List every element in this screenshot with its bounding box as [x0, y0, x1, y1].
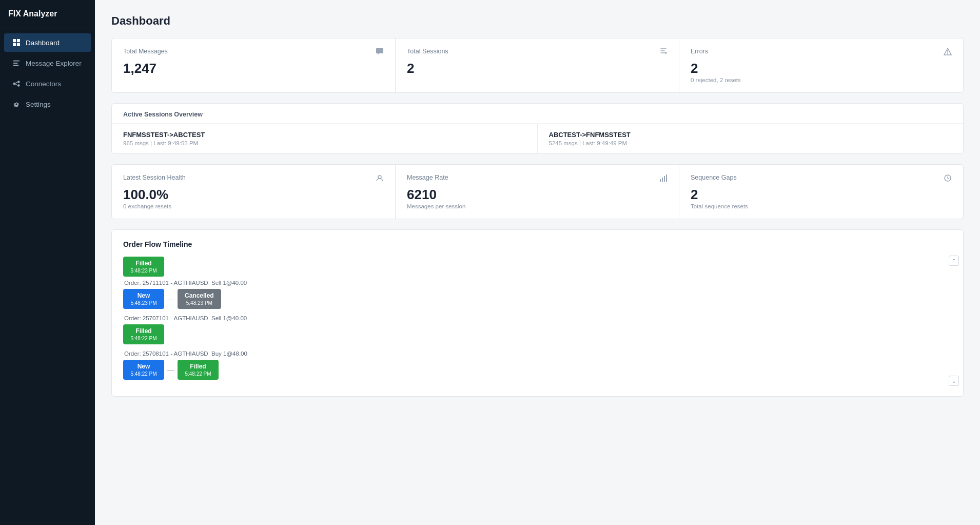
app-logo: FIX Analyzer: [0, 0, 95, 28]
svg-rect-3: [17, 43, 20, 46]
flow-node-filled-25707101: Filled 5:48:22 PM: [123, 324, 164, 344]
flow-arrow-2: —: [164, 366, 178, 374]
svg-line-10: [15, 82, 17, 83]
node-label: Filled: [135, 327, 151, 335]
node-label: Filled: [190, 363, 206, 370]
order-flow-scroll[interactable]: Filled 5:48:23 PM Order: 25711101 - AGTH…: [123, 257, 952, 386]
active-sessions-card: Active Sessions Overview FNFMSSTEST->ABC…: [111, 103, 964, 154]
sequence-gaps-sub: Total sequence resets: [691, 203, 952, 209]
flow-node-filled-25708101: Filled 5:48:22 PM: [178, 360, 219, 380]
sidebar-item-connectors-label: Connectors: [26, 80, 61, 88]
order-label-25707101: Order: 25707101 - AGTHIAUSD Sell 1@40.00: [124, 315, 950, 321]
flow-nodes-25708101: New 5:48:22 PM — Filled 5:48:22 PM: [123, 360, 950, 380]
svg-rect-0: [13, 39, 16, 42]
sidebar-item-message-explorer[interactable]: Message Explorer: [4, 54, 91, 72]
order-flow-title: Order Flow Timeline: [123, 240, 952, 248]
errors-label: Errors: [691, 48, 708, 55]
errors-value: 2: [691, 62, 952, 75]
session-1-meta: 965 msgs | Last: 9:49:55 PM: [123, 140, 526, 146]
order-label-25708101: Order: 25708101 - AGTHIAUSD Buy 1@48.00: [124, 351, 950, 357]
svg-rect-6: [13, 65, 19, 66]
node-label: New: [138, 363, 150, 370]
messages-icon: [376, 48, 384, 57]
message-rate-label: Message Rate: [407, 174, 448, 181]
sidebar-item-dashboard[interactable]: Dashboard: [4, 33, 91, 52]
main-content: Dashboard Total Messages 1,247 Total Ses…: [95, 0, 980, 525]
sidebar-item-connectors[interactable]: Connectors: [4, 74, 91, 93]
sessions-grid: FNFMSSTEST->ABCTEST 965 msgs | Last: 9:4…: [112, 124, 963, 153]
node-time: 5:48:22 PM: [185, 371, 211, 377]
sidebar-item-dashboard-label: Dashboard: [26, 39, 60, 47]
svg-rect-15: [664, 176, 665, 182]
session-1-name: FNFMSSTEST->ABCTEST: [123, 131, 526, 139]
stat-total-sessions: Total Sessions 2: [396, 38, 679, 92]
dashboard-icon: [12, 38, 21, 47]
total-messages-value: 1,247: [123, 62, 384, 75]
flow-node-cancelled-25711101: Cancelled 5:48:23 PM: [178, 289, 221, 309]
flow-nodes-25711101: New 5:48:23 PM — Cancelled 5:48:23 PM: [123, 289, 950, 309]
sequence-gaps-value: 2: [691, 188, 952, 201]
settings-icon: [12, 100, 21, 108]
scroll-up-button[interactable]: ⌃: [949, 256, 959, 266]
svg-rect-5: [13, 63, 18, 64]
sequence-gaps-label: Sequence Gaps: [691, 174, 737, 181]
node-label: Filled: [135, 260, 151, 267]
page-title: Dashboard: [111, 14, 964, 28]
total-sessions-value: 2: [407, 62, 668, 75]
scroll-down-button[interactable]: ⌄: [949, 376, 959, 386]
session-2-meta: 5245 msgs | Last: 9:49:49 PM: [549, 140, 952, 146]
flow-node-new-25708101: New 5:48:22 PM: [123, 360, 164, 380]
flow-node-filled-standalone: Filled 5:48:23 PM: [123, 257, 164, 277]
flow-group-25707101: Order: 25707101 - AGTHIAUSD Sell 1@40.00…: [123, 315, 950, 344]
node-time: 5:48:23 PM: [185, 300, 214, 306]
svg-rect-1: [17, 39, 20, 42]
flow-arrow: —: [164, 295, 178, 303]
svg-rect-14: [662, 178, 663, 182]
session-health-sub: 0 exchange resets: [123, 203, 384, 209]
stat-errors: Errors 2 0 rejected, 2 resets: [679, 38, 963, 92]
order-flow-section: Order Flow Timeline Filled 5:48:23 PM Or…: [111, 229, 964, 397]
errors-sub: 0 rejected, 2 resets: [691, 77, 952, 83]
node-time: 5:48:23 PM: [130, 268, 157, 274]
sidebar-nav: Dashboard Message Explorer: [0, 28, 95, 119]
metric-sequence-gaps: Sequence Gaps 2 Total sequence resets: [679, 165, 963, 219]
session-health-icon: [376, 174, 384, 184]
metric-message-rate: Message Rate 6210 Messages per session: [396, 165, 679, 219]
svg-point-9: [17, 84, 19, 86]
node-label: New: [138, 292, 150, 299]
total-messages-label: Total Messages: [123, 48, 168, 55]
connectors-icon: [12, 80, 21, 88]
svg-point-12: [378, 176, 381, 179]
sidebar-item-settings[interactable]: Settings: [4, 95, 91, 113]
svg-line-11: [15, 84, 17, 85]
order-label-25711101: Order: 25711101 - AGTHIAUSD Sell 1@40.00: [124, 280, 950, 286]
session-item-1: FNFMSSTEST->ABCTEST 965 msgs | Last: 9:4…: [112, 124, 538, 153]
node-time: 5:48:22 PM: [130, 336, 157, 341]
sidebar-item-message-explorer-label: Message Explorer: [26, 60, 82, 67]
svg-rect-2: [13, 43, 16, 46]
session-health-label: Latest Session Health: [123, 174, 186, 181]
svg-point-7: [13, 83, 15, 85]
node-time: 5:48:23 PM: [130, 300, 157, 306]
stats-row: Total Messages 1,247 Total Sessions: [111, 38, 964, 93]
session-item-2: ABCTEST->FNFMSSTEST 5245 msgs | Last: 9:…: [538, 124, 964, 153]
flow-group-standalone: Filled 5:48:23 PM: [123, 257, 950, 277]
flow-nodes-25707101: Filled 5:48:22 PM: [123, 324, 950, 344]
sequence-gaps-icon: [944, 174, 952, 184]
node-label: Cancelled: [185, 292, 214, 299]
flow-node-new-25711101: New 5:48:23 PM: [123, 289, 164, 309]
metric-session-health: Latest Session Health 100.0% 0 exchange …: [112, 165, 396, 219]
message-rate-sub: Messages per session: [407, 203, 668, 209]
node-time: 5:48:22 PM: [130, 371, 157, 377]
flow-group-25708101: Order: 25708101 - AGTHIAUSD Buy 1@48.00 …: [123, 351, 950, 380]
svg-point-8: [17, 81, 19, 83]
stat-total-messages: Total Messages 1,247: [112, 38, 396, 92]
active-sessions-header: Active Sessions Overview: [112, 104, 963, 124]
svg-rect-16: [666, 174, 667, 182]
message-explorer-icon: [12, 59, 21, 67]
sessions-icon: [659, 48, 668, 57]
errors-icon: [944, 48, 952, 57]
flow-nodes-standalone: Filled 5:48:23 PM: [123, 257, 950, 277]
message-rate-icon: [659, 174, 668, 184]
message-rate-value: 6210: [407, 188, 668, 201]
